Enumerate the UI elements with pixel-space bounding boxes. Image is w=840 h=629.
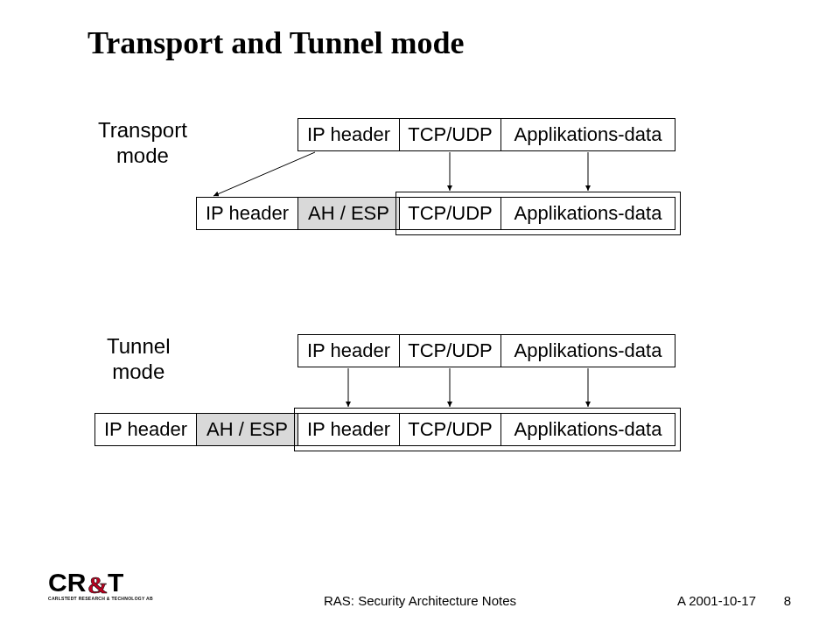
- transport-line1: Transport: [98, 118, 187, 142]
- tunnel-mode-label: Tunnel mode: [107, 334, 171, 385]
- footer-page-number: 8: [784, 593, 791, 608]
- cell-tcp-udp: TCP/UDP: [399, 118, 501, 151]
- cell-ip-header: IP header: [196, 197, 298, 230]
- cell-ip-header: IP header: [298, 334, 400, 367]
- page-title: Transport and Tunnel mode: [88, 24, 464, 61]
- cell-tcp-udp: TCP/UDP: [399, 334, 501, 367]
- cell-app-data: Applikations-data: [500, 413, 676, 446]
- cell-app-data: Applikations-data: [500, 334, 676, 367]
- cell-tcp-udp: TCP/UDP: [399, 197, 501, 230]
- footer-date: A 2001-10-17: [677, 593, 756, 608]
- page-root: Transport and Tunnel mode Transport mode…: [0, 0, 840, 629]
- cell-ah-esp: AH / ESP: [298, 197, 400, 230]
- cell-tcp-udp: TCP/UDP: [399, 413, 501, 446]
- transport-line2: mode: [116, 143, 169, 167]
- tunnel-line2: mode: [112, 360, 164, 383]
- cell-app-data: Applikations-data: [500, 118, 676, 151]
- svg-line-0: [214, 152, 315, 196]
- cell-ah-esp: AH / ESP: [196, 413, 298, 446]
- arrows-svg: [0, 0, 840, 629]
- cell-ip-header: IP header: [298, 413, 400, 446]
- cell-app-data: Applikations-data: [500, 197, 676, 230]
- cell-ip-header: IP header: [298, 118, 400, 151]
- cell-ip-header: IP header: [94, 413, 197, 446]
- tunnel-line1: Tunnel: [107, 334, 171, 358]
- transport-mode-label: Transport mode: [98, 118, 187, 169]
